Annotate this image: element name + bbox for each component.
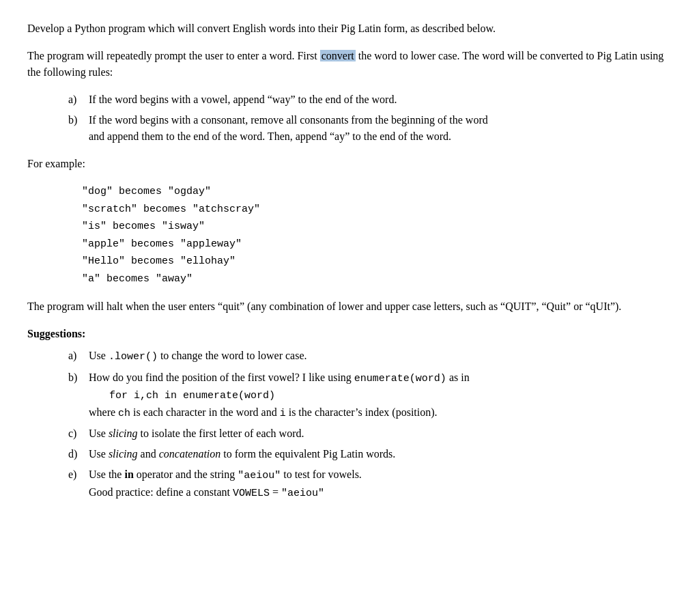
suggestion-b-label: b) xyxy=(68,369,89,422)
intro-paragraph: Develop a Python program which will conv… xyxy=(27,20,672,37)
suggestion-e-line2: Good practice: define a constant VOWELS … xyxy=(89,486,324,498)
example-2: "scratch" becomes "atchscray" xyxy=(82,201,672,219)
suggestion-e-label: e) xyxy=(68,466,89,501)
suggestion-b-line3-text2: is each character in the word and xyxy=(130,406,280,418)
rule-b-label: b) xyxy=(68,112,89,145)
suggestion-d-content: Use slicing and concatenation to form th… xyxy=(89,446,672,462)
suggestion-e-text3: to test for vowels. xyxy=(281,468,362,480)
suggestion-e-eq: = xyxy=(270,486,281,498)
suggestion-e-line2-text: Good practice: define a constant xyxy=(89,486,233,498)
suggestion-a-label: a) xyxy=(68,348,89,365)
rules-list: a) If the word begins with a vowel, appe… xyxy=(68,92,672,145)
suggestion-b-text2: as in xyxy=(446,372,470,383)
suggestions-title: Suggestions: xyxy=(27,326,672,342)
example-3: "is" becomes "isway" xyxy=(82,218,672,236)
suggestion-c-label: c) xyxy=(68,425,89,442)
suggestion-b-i: i xyxy=(280,408,286,419)
suggestion-a-code: .lower() xyxy=(109,351,158,363)
suggestion-b-line3-text1: where xyxy=(89,406,118,418)
suggestion-b-ch: ch xyxy=(118,408,130,419)
example-4: "apple" becomes "appleway" xyxy=(82,236,672,253)
rule-a-content: If the word begins with a vowel, append … xyxy=(89,92,672,108)
rule-a-label: a) xyxy=(68,92,89,108)
suggestion-d-italic1: slicing xyxy=(109,448,138,460)
example-5: "Hello" becomes "ellohay" xyxy=(82,253,672,270)
suggestion-e-text1: Use the xyxy=(89,468,124,480)
suggestions-list: a) Use .lower() to change the word to lo… xyxy=(68,348,672,501)
suggestion-a-content: Use .lower() to change the word to lower… xyxy=(89,348,672,365)
suggestion-b-content: How do you find the position of the firs… xyxy=(89,369,672,422)
suggestion-c-content: Use slicing to isolate the first letter … xyxy=(89,425,672,442)
suggestion-c: c) Use slicing to isolate the first lett… xyxy=(68,425,672,442)
suggestion-e-bold: in xyxy=(124,468,133,480)
suggestion-b-line2-code: for i,ch in enumerate(word) xyxy=(109,390,275,402)
suggestion-c-text1: Use xyxy=(89,428,109,439)
for-example-label: For example: xyxy=(27,156,672,172)
rule-b-content: If the word begins with a consonant, rem… xyxy=(89,112,672,145)
suggestion-b-line3: where ch is each character in the word a… xyxy=(89,406,438,418)
suggestion-d-text1: Use xyxy=(89,448,109,460)
halt-description: The program will halt when the user ente… xyxy=(27,298,672,315)
suggestion-c-text2: to isolate the first letter of each word… xyxy=(138,428,304,439)
suggestion-e-content: Use the in operator and the string "aeio… xyxy=(89,466,672,501)
rule-b-line2: and append them to the end of the word. … xyxy=(89,130,451,142)
suggestion-e: e) Use the in operator and the string "a… xyxy=(68,466,672,501)
suggestion-b-text1: How do you find the position of the firs… xyxy=(89,372,354,383)
rule-b-line1: If the word begins with a consonant, rem… xyxy=(89,114,488,126)
suggestion-b-code: enumerate(word) xyxy=(354,373,446,384)
suggestion-b-line2: for i,ch in enumerate(word) xyxy=(109,389,275,400)
examples-block: "dog" becomes "ogday" "scratch" becomes … xyxy=(82,183,672,288)
suggestion-a: a) Use .lower() to change the word to lo… xyxy=(68,348,672,365)
suggestion-e-vowels-val: "aeiou" xyxy=(281,488,324,499)
suggestion-e-text2: operator and the string xyxy=(134,468,238,480)
suggestion-a-text1: Use xyxy=(89,350,109,361)
example-6: "a" becomes "away" xyxy=(82,270,672,288)
suggestion-e-vowels-const: VOWELS xyxy=(233,488,270,499)
convert-highlight: convert xyxy=(320,50,356,61)
prompt-desc-part1: The program will repeatedly prompt the u… xyxy=(27,50,320,61)
suggestion-b: b) How do you find the position of the f… xyxy=(68,369,672,422)
suggestion-b-line3-text3: is the character’s index (position). xyxy=(286,406,438,418)
rule-a: a) If the word begins with a vowel, appe… xyxy=(68,92,672,108)
prompt-description: The program will repeatedly prompt the u… xyxy=(27,48,672,81)
suggestion-c-italic: slicing xyxy=(109,428,138,439)
suggestion-d-text2: and xyxy=(138,448,159,460)
rule-b: b) If the word begins with a consonant, … xyxy=(68,112,672,145)
suggestion-d-text3: to form the equivalent Pig Latin words. xyxy=(220,448,395,460)
suggestion-e-code: "aeiou" xyxy=(238,470,281,481)
suggestion-d-label: d) xyxy=(68,446,89,462)
example-1: "dog" becomes "ogday" xyxy=(82,183,672,201)
suggestion-a-text2: to change the word to lower case. xyxy=(158,350,307,361)
suggestion-d-italic2: concatenation xyxy=(159,448,221,460)
suggestion-d: d) Use slicing and concatenation to form… xyxy=(68,446,672,462)
